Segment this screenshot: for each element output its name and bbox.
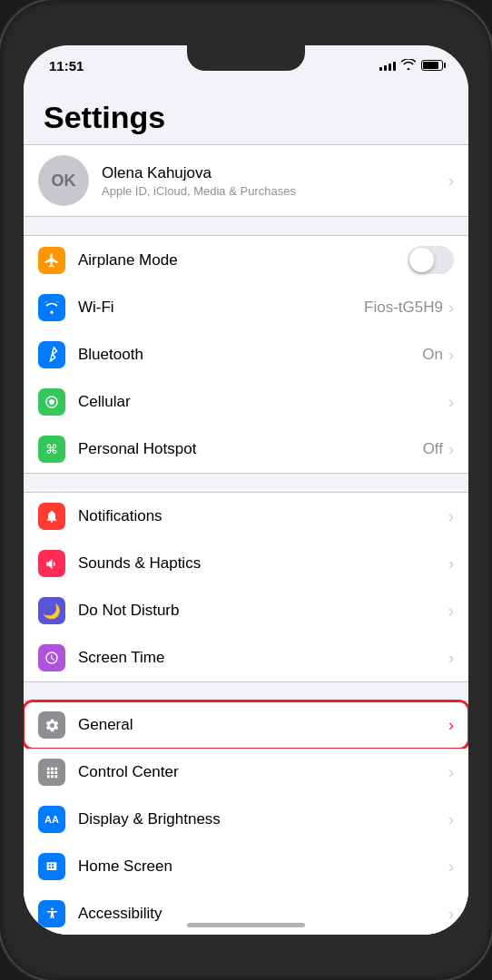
- general-chevron: ›: [448, 716, 454, 735]
- sounds-haptics-label: Sounds & Haptics: [78, 554, 448, 573]
- connectivity-group: Airplane Mode Wi-Fi Fios-tG5H9 ›: [24, 235, 468, 474]
- cellular-icon: [38, 388, 65, 416]
- sounds-haptics-chevron: ›: [448, 554, 454, 573]
- home-screen-chevron: ›: [448, 858, 454, 877]
- wifi-chevron: ›: [448, 299, 454, 318]
- general-icon: [38, 711, 65, 739]
- home-screen-icon: [38, 853, 65, 880]
- cellular-row[interactable]: Cellular ›: [24, 378, 468, 426]
- bluetooth-icon: ᛒ: [38, 341, 65, 368]
- notifications-row[interactable]: Notifications ›: [24, 493, 468, 540]
- do-not-disturb-chevron: ›: [448, 602, 454, 621]
- personal-hotspot-value: Off: [423, 440, 443, 458]
- display-brightness-icon: AA: [38, 806, 65, 833]
- bluetooth-chevron: ›: [448, 346, 454, 365]
- control-center-icon: [38, 759, 65, 786]
- cellular-chevron: ›: [448, 393, 454, 412]
- personal-hotspot-icon: ⌘: [38, 436, 65, 463]
- home-screen-label: Home Screen: [78, 858, 448, 876]
- accessibility-row[interactable]: Accessibility ›: [24, 890, 468, 935]
- airplane-mode-label: Airplane Mode: [78, 251, 408, 270]
- display-brightness-label: Display & Brightness: [78, 810, 448, 828]
- control-center-label: Control Center: [78, 763, 448, 781]
- general-group: General › Control Center › AA D: [24, 701, 468, 935]
- status-icons: [379, 58, 443, 73]
- general-row[interactable]: General ›: [24, 701, 468, 749]
- control-center-chevron: ›: [448, 763, 454, 782]
- profile-info: Olena Kahujova Apple ID, iCloud, Media &…: [102, 164, 448, 198]
- profile-section: OK Olena Kahujova Apple ID, iCloud, Medi…: [24, 144, 468, 217]
- chevron-icon: ›: [448, 172, 454, 191]
- wifi-label: Wi-Fi: [78, 299, 364, 317]
- display-brightness-row[interactable]: AA Display & Brightness ›: [24, 796, 468, 843]
- bluetooth-value: On: [422, 346, 443, 364]
- notifications-group: Notifications › Sounds & Haptics › 🌙: [24, 492, 468, 682]
- screen-time-label: Screen Time: [78, 649, 448, 667]
- notifications-label: Notifications: [78, 507, 448, 525]
- wifi-icon: [38, 294, 65, 321]
- sounds-haptics-row[interactable]: Sounds & Haptics ›: [24, 540, 468, 587]
- airplane-mode-toggle[interactable]: [408, 246, 454, 274]
- personal-hotspot-label: Personal Hotspot: [78, 440, 423, 458]
- home-indicator: [187, 923, 305, 927]
- wifi-value: Fios-tG5H9: [364, 299, 443, 317]
- status-time: 11:51: [49, 58, 84, 74]
- status-bar: 11:51: [24, 45, 468, 85]
- sounds-haptics-icon: [38, 550, 65, 577]
- control-center-row[interactable]: Control Center ›: [24, 749, 468, 796]
- personal-hotspot-chevron: ›: [448, 440, 454, 459]
- notifications-chevron: ›: [448, 507, 454, 526]
- do-not-disturb-row[interactable]: 🌙 Do Not Disturb ›: [24, 587, 468, 634]
- settings-content: Settings OK Olena Kahujova Apple ID, iCl…: [24, 85, 468, 935]
- accessibility-chevron: ›: [448, 905, 454, 924]
- profile-name: Olena Kahujova: [102, 164, 448, 182]
- wifi-status-icon: [401, 58, 416, 73]
- svg-point-1: [51, 907, 54, 910]
- signal-icon: [379, 60, 396, 71]
- personal-hotspot-row[interactable]: ⌘ Personal Hotspot Off ›: [24, 426, 468, 473]
- bluetooth-row[interactable]: ᛒ Bluetooth On ›: [24, 331, 468, 378]
- phone-screen: 11:51: [24, 45, 468, 935]
- home-screen-row[interactable]: Home Screen ›: [24, 843, 468, 890]
- airplane-mode-row[interactable]: Airplane Mode: [24, 236, 468, 284]
- avatar: OK: [38, 155, 89, 206]
- profile-row[interactable]: OK Olena Kahujova Apple ID, iCloud, Medi…: [24, 145, 468, 216]
- accessibility-label: Accessibility: [78, 905, 448, 923]
- screen-time-row[interactable]: Screen Time ›: [24, 634, 468, 681]
- notch: [187, 45, 305, 71]
- general-label: General: [78, 716, 448, 734]
- screen-time-chevron: ›: [448, 649, 454, 668]
- profile-subtitle: Apple ID, iCloud, Media & Purchases: [102, 184, 448, 198]
- phone-frame: 11:51: [0, 0, 492, 980]
- page-title: Settings: [24, 85, 468, 144]
- display-brightness-chevron: ›: [448, 810, 454, 829]
- accessibility-icon: [38, 900, 65, 927]
- cellular-label: Cellular: [78, 393, 448, 411]
- notifications-icon: [38, 503, 65, 530]
- bluetooth-label: Bluetooth: [78, 346, 422, 364]
- screen-time-icon: [38, 644, 65, 671]
- do-not-disturb-label: Do Not Disturb: [78, 602, 448, 620]
- do-not-disturb-icon: 🌙: [38, 597, 65, 624]
- airplane-mode-icon: [38, 247, 65, 274]
- battery-icon: [421, 60, 443, 71]
- wifi-row[interactable]: Wi-Fi Fios-tG5H9 ›: [24, 284, 468, 331]
